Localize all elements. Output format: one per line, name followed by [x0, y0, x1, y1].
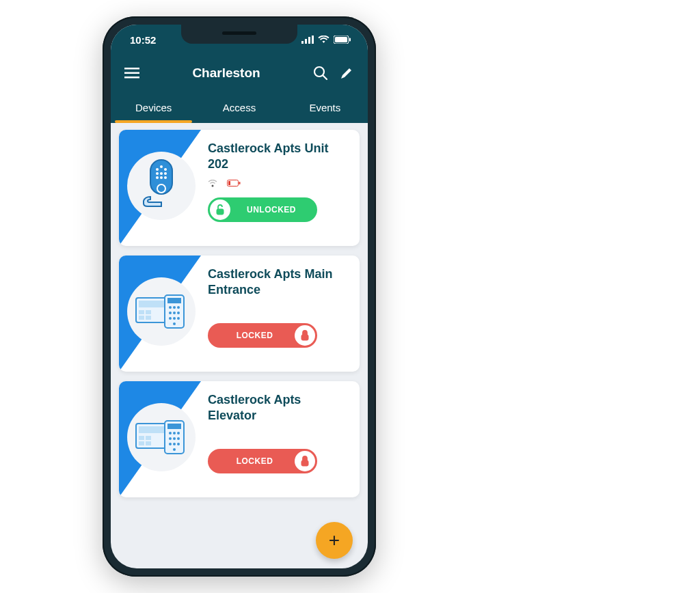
svg-rect-25 — [239, 182, 241, 184]
svg-point-37 — [173, 306, 176, 309]
lock-toggle[interactable]: LOCKED — [208, 323, 317, 348]
page-title: Charleston — [149, 66, 304, 81]
svg-point-20 — [160, 176, 163, 179]
device-body: Castlerock Apts Elevator LOCKED — [201, 381, 360, 497]
device-card[interactable]: Castlerock Apts Main Entrance LOCKED — [119, 256, 360, 372]
svg-point-18 — [164, 172, 167, 175]
svg-rect-6 — [349, 38, 351, 42]
menu-button[interactable] — [123, 64, 141, 82]
device-card[interactable]: Castlerock Apts Elevator LOCKED — [119, 381, 360, 497]
device-card[interactable]: Castlerock Apts Unit 202 UNLOCKED — [119, 130, 360, 246]
hamburger-icon — [124, 68, 139, 79]
svg-point-45 — [173, 322, 176, 325]
svg-rect-52 — [146, 441, 151, 445]
tab-label: Access — [223, 102, 256, 113]
svg-point-62 — [173, 443, 176, 445]
tab-access[interactable]: Access — [196, 92, 282, 123]
lock-toggle[interactable]: LOCKED — [208, 449, 317, 473]
svg-rect-8 — [124, 72, 139, 74]
svg-point-39 — [169, 312, 172, 314]
svg-rect-54 — [167, 424, 181, 429]
svg-rect-51 — [139, 441, 144, 445]
phone-frame: 10:52 Charleston Devices Access Events — [103, 16, 376, 577]
svg-rect-35 — [167, 298, 181, 303]
screen: 10:52 Charleston Devices Access Events — [111, 25, 368, 568]
lock-icon — [295, 325, 315, 346]
svg-rect-0 — [301, 41, 304, 44]
add-button[interactable]: + — [316, 522, 353, 559]
svg-rect-9 — [124, 77, 139, 79]
wifi-icon — [318, 36, 329, 44]
svg-point-19 — [156, 176, 159, 179]
svg-rect-65 — [301, 460, 308, 466]
device-thumb — [119, 256, 201, 372]
tab-events[interactable]: Events — [282, 92, 368, 123]
plus-icon: + — [329, 529, 340, 551]
tabs: Devices Access Events — [111, 92, 368, 123]
svg-rect-29 — [139, 301, 165, 307]
smart-lock-icon — [141, 158, 182, 213]
svg-point-21 — [164, 176, 167, 179]
svg-point-17 — [160, 172, 163, 175]
app-header: Charleston — [111, 55, 368, 92]
tab-label: Devices — [135, 102, 172, 113]
svg-point-36 — [169, 306, 172, 309]
search-icon — [313, 66, 328, 81]
device-status-icons — [208, 178, 349, 188]
svg-rect-7 — [124, 68, 139, 70]
device-name: Castlerock Apts Unit 202 — [208, 141, 349, 171]
svg-point-64 — [173, 448, 176, 451]
tab-devices[interactable]: Devices — [111, 92, 196, 123]
svg-point-55 — [169, 432, 172, 435]
svg-point-40 — [173, 312, 176, 314]
svg-point-44 — [177, 317, 180, 320]
search-button[interactable] — [312, 64, 329, 82]
status-right — [301, 36, 351, 44]
svg-line-11 — [323, 76, 327, 80]
svg-point-38 — [177, 306, 180, 309]
svg-point-60 — [177, 437, 180, 440]
svg-point-42 — [169, 317, 172, 320]
svg-rect-49 — [139, 436, 144, 440]
svg-point-63 — [177, 443, 180, 445]
device-body: Castlerock Apts Main Entrance LOCKED — [201, 256, 360, 372]
svg-point-43 — [173, 317, 176, 320]
battery-low-icon — [227, 180, 241, 187]
svg-rect-2 — [308, 37, 310, 44]
battery-icon — [334, 36, 351, 44]
lock-state-label: LOCKED — [208, 331, 295, 340]
lock-state-label: LOCKED — [208, 456, 295, 466]
svg-rect-30 — [139, 310, 144, 314]
device-name: Castlerock Apts Main Entrance — [208, 266, 349, 297]
lock-state-label: UNLOCKED — [232, 205, 317, 215]
svg-point-61 — [169, 443, 172, 445]
device-thumb — [119, 130, 201, 246]
phone-speaker — [222, 31, 256, 35]
device-body: Castlerock Apts Unit 202 UNLOCKED — [201, 130, 360, 246]
svg-rect-48 — [139, 426, 165, 433]
device-status-icons — [208, 304, 349, 314]
svg-rect-27 — [217, 209, 224, 215]
lock-toggle[interactable]: UNLOCKED — [208, 197, 317, 222]
svg-point-16 — [156, 172, 159, 175]
svg-rect-33 — [146, 316, 151, 320]
device-list[interactable]: Castlerock Apts Unit 202 UNLOCKED — [111, 123, 368, 568]
svg-rect-46 — [301, 335, 308, 340]
access-panel-icon — [135, 418, 188, 456]
device-status-icons — [208, 430, 349, 439]
cellular-icon — [301, 36, 314, 44]
edit-button[interactable] — [338, 64, 355, 82]
pencil-icon — [340, 66, 353, 80]
svg-rect-26 — [228, 181, 230, 185]
svg-point-58 — [169, 437, 172, 440]
svg-rect-3 — [312, 36, 314, 44]
svg-point-13 — [160, 165, 163, 168]
lock-icon — [295, 451, 315, 471]
svg-point-23 — [212, 184, 214, 187]
svg-rect-1 — [305, 39, 307, 44]
svg-point-59 — [173, 437, 176, 440]
device-name: Castlerock Apts Elevator — [208, 392, 349, 423]
svg-rect-31 — [146, 310, 151, 314]
svg-point-14 — [156, 168, 159, 171]
device-thumb — [119, 381, 201, 497]
